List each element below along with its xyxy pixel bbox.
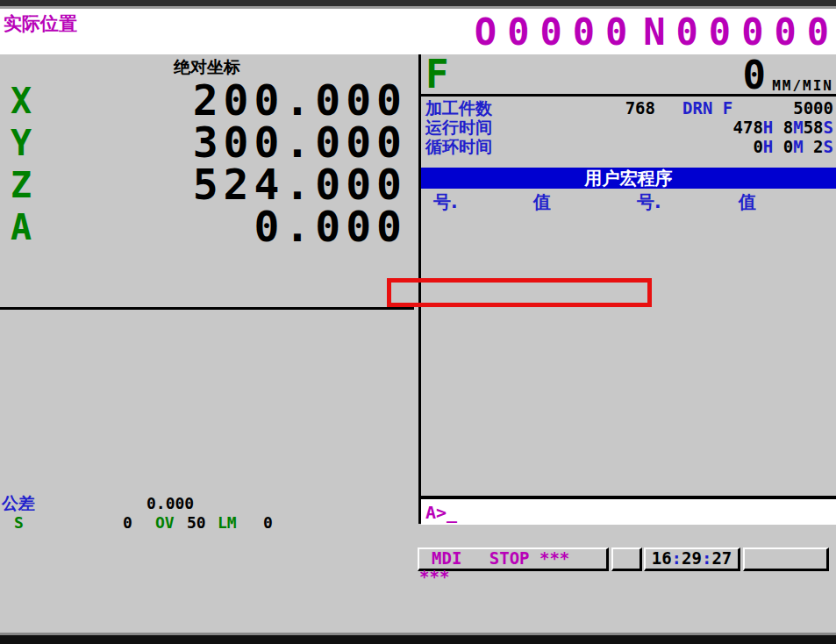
window-top-bar (0, 0, 836, 6)
text-part: H (763, 118, 773, 137)
feedrate-unit: MM/MIN (772, 77, 833, 94)
spindle-value: 0 (123, 513, 132, 532)
text-part: M (793, 118, 803, 137)
limit-value: 0 (263, 513, 273, 532)
cycle-time-row: 循环时间 0H 0M 2S (421, 136, 836, 155)
highlight-red-box (387, 278, 652, 307)
text-part: S (824, 137, 833, 156)
text-part: 29 (682, 548, 702, 568)
text-part: 478 (733, 118, 763, 137)
spindle-row: S 0 OV 50 LM 0 (0, 513, 414, 533)
text-part: 0 (753, 137, 762, 156)
clock-segment: 16:29:27 (644, 547, 740, 571)
macro-panel-title: 用户宏程序 (421, 168, 836, 189)
axis-row-y: Y300.000 (0, 121, 414, 163)
text-part: S (824, 118, 833, 137)
cnc-screen: { "header": { "screen_title": "实际位置", "p… (0, 0, 836, 644)
limit-label: LM (218, 513, 237, 532)
program-sequence-display: O0000N00000 (475, 11, 836, 54)
macro-panel-titlebar: 用户宏程序 (421, 168, 836, 189)
axis-label: Y (11, 124, 32, 162)
text-part: M (793, 137, 803, 156)
run-time-value: 478H 8M58S (733, 118, 833, 137)
override-label: OV (155, 513, 175, 532)
col-header-value: 值 (739, 190, 756, 214)
text-part: : (672, 548, 682, 568)
mode-indicator: MDI (432, 548, 461, 568)
tolerance-row: 公差 0.000 (0, 492, 414, 512)
bottom-bar (0, 635, 836, 644)
text-part: 8 (773, 118, 793, 137)
axis-row-x: X200.000 (0, 79, 414, 121)
spindle-label: S (14, 513, 24, 532)
parts-count-row: 加工件数 768 DRN F 5000 (421, 97, 836, 117)
axis-position-list: X200.000Y300.000Z524.000A0.000 (0, 79, 414, 247)
program-number: O0000 (475, 11, 638, 54)
status-mode-segment: MDI STOP *** *** (418, 547, 609, 571)
tolerance-value: 0.000 (146, 494, 194, 512)
cycle-time-label: 循环时间 (425, 136, 492, 159)
axis-value: 524.000 (193, 163, 407, 205)
text-part: H (763, 137, 773, 156)
feed-divider (421, 94, 836, 97)
axis-label: Z (11, 166, 32, 204)
axis-row-z: Z524.000 (0, 163, 414, 205)
text-part: 27 (711, 548, 732, 568)
status-blank-segment (743, 547, 829, 571)
text-part: : (702, 548, 711, 568)
axis-label: X (11, 82, 32, 120)
dry-run-feed-label: DRN F (682, 98, 732, 118)
axis-value: 300.000 (193, 121, 407, 163)
col-header-value: 值 (533, 190, 551, 214)
text-part: 2 (804, 137, 824, 156)
cycle-time-value: 0H 0M 2S (753, 137, 833, 156)
feedrate-label: F (425, 54, 449, 95)
macro-table-headers: 号. 值 号. 值 (421, 190, 836, 211)
dry-run-feed-value: 5000 (793, 98, 833, 118)
col-header-number: 号. (433, 190, 458, 214)
axis-row-a: A0.000 (0, 205, 414, 247)
input-prompt: A>_ (425, 502, 457, 523)
text-part: 58 (804, 118, 824, 137)
page-title: 实际位置 (4, 11, 77, 36)
col-header-number: 号. (637, 190, 661, 214)
text-part: 0 (773, 137, 793, 156)
tolerance-label: 公差 (2, 492, 35, 515)
input-buffer-line[interactable]: A>_ (421, 499, 836, 525)
override-value: 50 (187, 513, 206, 532)
status-blank-segment (611, 547, 642, 571)
sequence-number: N00000 (643, 11, 836, 54)
axis-label: A (11, 208, 32, 247)
parts-count-value: 768 (625, 98, 655, 118)
run-time-row: 运行时间 478H 8M58S (421, 117, 836, 136)
feedrate-value: 0 (743, 56, 767, 95)
left-panel-divider (0, 307, 414, 310)
axis-value: 200.000 (193, 79, 407, 121)
text-part: 16 (652, 548, 672, 568)
axis-value: 0.000 (254, 205, 408, 247)
